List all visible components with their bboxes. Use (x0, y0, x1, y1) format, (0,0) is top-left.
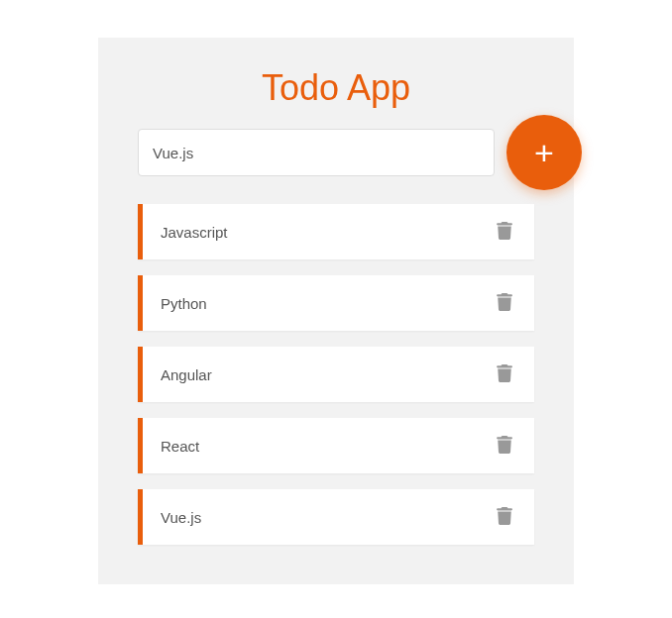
trash-icon (497, 222, 512, 243)
delete-button[interactable] (493, 289, 516, 318)
page-title: Todo App (138, 67, 534, 109)
todo-input[interactable] (138, 129, 495, 176)
trash-icon (497, 364, 512, 385)
list-item: Vue.js (138, 489, 534, 545)
plus-icon: + (534, 136, 554, 169)
trash-icon (497, 436, 512, 457)
todo-label: Angular (161, 366, 212, 383)
list-item: Javascript (138, 204, 534, 259)
todo-card: Todo App + Javascript Python Angular (98, 38, 574, 584)
todo-list: Javascript Python Angular (138, 204, 534, 545)
list-item: Python (138, 275, 534, 331)
todo-label: Vue.js (161, 509, 201, 526)
todo-label: React (161, 438, 199, 455)
trash-icon (497, 293, 512, 314)
list-item: Angular (138, 347, 534, 402)
trash-icon (497, 507, 512, 528)
todo-label: Javascript (161, 224, 228, 241)
input-row: + (138, 129, 534, 176)
todo-label: Python (161, 295, 207, 312)
delete-button[interactable] (493, 432, 516, 461)
delete-button[interactable] (493, 503, 516, 532)
delete-button[interactable] (493, 218, 516, 247)
add-button[interactable]: + (506, 115, 582, 190)
list-item: React (138, 418, 534, 473)
delete-button[interactable] (493, 360, 516, 389)
